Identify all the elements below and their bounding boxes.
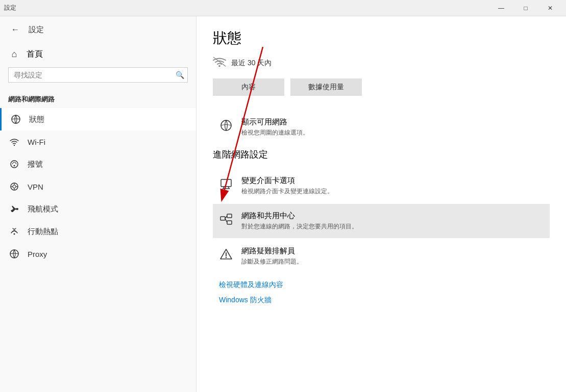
change-adapter-item[interactable]: 變更介面卡選項 檢視網路介面卡及變更連線設定。 [213, 169, 550, 203]
svg-rect-21 [220, 217, 225, 220]
hotspot-label: 行動熱點 [28, 227, 58, 237]
troubleshoot-desc: 診斷及修正網路問題。 [241, 257, 544, 266]
status-label: 狀態 [29, 115, 44, 124]
sidebar-item-dialup[interactable]: 撥號 [0, 153, 196, 175]
back-button[interactable]: ← [8, 22, 22, 37]
page-title: 狀態 [213, 29, 550, 48]
sidebar-item-hotspot[interactable]: 行動熱點 [0, 220, 196, 243]
show-networks-item[interactable]: 顯示可用網路 檢視您周圍的連線選項。 [213, 110, 550, 144]
sidebar-app-title: 設定 [29, 25, 44, 35]
close-button[interactable]: ✕ [538, 0, 562, 16]
hotspot-icon [8, 225, 20, 238]
status-row: 最近 30 天內 [213, 56, 550, 70]
globe-icon [219, 118, 233, 133]
properties-button[interactable]: 內容 [213, 79, 284, 96]
proxy-icon [8, 248, 20, 260]
vpn-label: VPN [28, 182, 43, 191]
sidebar: ← 設定 ⌂ 首頁 🔍 網路和網際網路 狀態 [0, 16, 196, 392]
maximize-button[interactable]: □ [514, 0, 537, 16]
main-content: 狀態 最近 30 天內 內容 數據使用量 [196, 16, 566, 392]
show-networks-desc: 檢視您周圍的連線選項。 [241, 128, 544, 137]
svg-point-3 [14, 165, 15, 167]
change-adapter-title: 變更介面卡選項 [241, 176, 544, 186]
network-sharing-desc: 對於您連線的網路，決定您要共用的項目。 [241, 222, 544, 231]
titlebar-title: 設定 [4, 4, 16, 12]
hardware-link[interactable]: 檢視硬體及連線內容 [213, 277, 550, 293]
svg-rect-23 [227, 221, 232, 224]
troubleshoot-title: 網路疑難排解員 [241, 246, 544, 256]
status-icon [10, 113, 22, 125]
proxy-label: Proxy [28, 250, 47, 258]
app-body: ← 設定 ⌂ 首頁 🔍 網路和網際網路 狀態 [0, 16, 566, 392]
dialup-label: 撥號 [28, 160, 43, 169]
sidebar-item-airplane[interactable]: 飛航模式 [0, 198, 196, 220]
advanced-section-title: 進階網路設定 [213, 148, 550, 161]
sidebar-header: ← 設定 [0, 16, 196, 43]
svg-point-1 [14, 145, 15, 146]
titlebar-left: 設定 [4, 4, 16, 12]
network-sharing-item[interactable]: 網路和共用中心 對於您連線的網路，決定您要共用的項目。 [213, 204, 550, 238]
svg-point-5 [13, 185, 16, 188]
change-adapter-desc: 檢視網路介面卡及變更連線設定。 [241, 187, 544, 196]
svg-point-27 [226, 257, 227, 258]
status-text: 最近 30 天內 [231, 59, 272, 68]
wifi-label: Wi-Fi [28, 138, 45, 146]
home-icon: ⌂ [8, 48, 20, 60]
sidebar-item-proxy[interactable]: Proxy [0, 243, 196, 265]
sidebar-item-vpn[interactable]: VPN [0, 175, 196, 198]
minimize-button[interactable]: — [489, 0, 513, 16]
airplane-icon [8, 203, 20, 215]
section-label: 網路和網際網路 [0, 91, 196, 108]
search-icon-button[interactable]: 🔍 [176, 71, 184, 79]
dialup-icon [8, 158, 20, 170]
sidebar-item-wifi[interactable]: Wi-Fi [0, 130, 196, 153]
svg-rect-22 [227, 214, 232, 218]
titlebar: 設定 — □ ✕ [0, 0, 566, 16]
warning-icon [219, 247, 233, 262]
titlebar-controls: — □ ✕ [489, 0, 562, 16]
troubleshoot-item[interactable]: 網路疑難排解員 診斷及修正網路問題。 [213, 239, 550, 273]
wifi-nav-icon [8, 136, 20, 148]
share-icon [219, 212, 233, 226]
action-buttons: 內容 數據使用量 [213, 79, 550, 96]
vpn-icon [8, 180, 20, 193]
svg-line-25 [225, 219, 227, 223]
search-input[interactable] [9, 68, 187, 82]
sidebar-item-status[interactable]: 狀態 [0, 108, 196, 130]
svg-rect-17 [221, 179, 231, 187]
wifi-status-icon [213, 56, 226, 70]
home-item[interactable]: ⌂ 首頁 [0, 43, 196, 65]
svg-point-10 [14, 233, 15, 235]
airplane-label: 飛航模式 [28, 204, 58, 214]
firewall-link[interactable]: Windows 防火牆 [213, 293, 550, 308]
monitor-icon [219, 177, 233, 191]
svg-point-14 [218, 65, 220, 67]
show-networks-title: 顯示可用網路 [241, 117, 544, 127]
search-box: 🔍 [8, 67, 188, 83]
data-usage-button[interactable]: 數據使用量 [290, 79, 362, 96]
svg-point-16 [221, 120, 231, 130]
home-label: 首頁 [27, 49, 43, 60]
network-sharing-title: 網路和共用中心 [241, 211, 544, 221]
svg-point-2 [11, 161, 18, 168]
